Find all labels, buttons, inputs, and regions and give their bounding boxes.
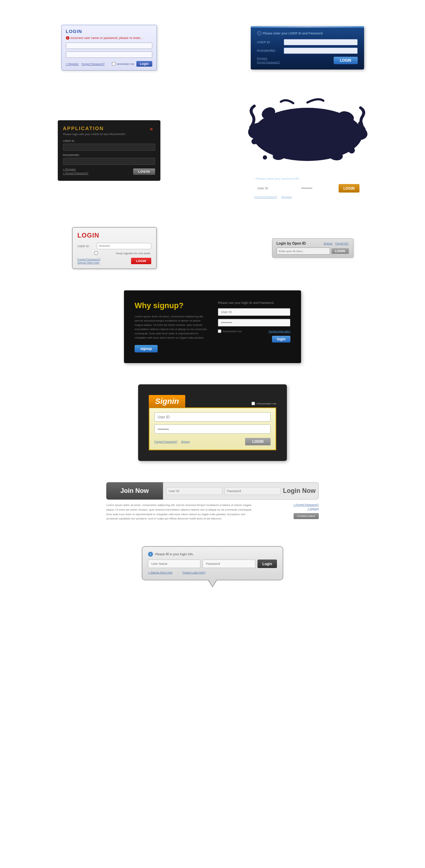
widget8-password-input[interactable] [154, 424, 271, 434]
widget7-right: Please use your login ID and Password. R… [218, 301, 290, 352]
widget2-userid-input[interactable] [284, 39, 358, 45]
widget4-password-input[interactable] [298, 184, 337, 193]
widget5-links: Forgot Password? Signup New User [78, 258, 101, 264]
widget6-id-input[interactable] [277, 247, 330, 255]
widget5-forgot-link[interactable]: Forgot Password? [78, 258, 101, 261]
widget1-error-text: Incorrect user name or password, please … [71, 36, 143, 40]
widget9-body-text: Lorem ipsum dolor sit amet, consectetur … [106, 503, 255, 521]
widget9-login-now-area: Login Now [163, 482, 319, 500]
widget3-forgot-link[interactable]: > Forgot Password? [63, 172, 89, 175]
widget4-login-button[interactable]: LOGIN [339, 184, 360, 193]
widget4-userid-input[interactable] [254, 184, 297, 193]
widget7-userid-input[interactable] [218, 308, 290, 316]
widget4-register-link[interactable]: Register [281, 195, 292, 199]
widget10-input-row: Login [148, 560, 277, 568]
widget7-forgot-link[interactable]: Forgot login info? [268, 330, 290, 333]
widget7-login-button[interactable]: login [272, 336, 290, 343]
widget7-msg: Please use your login ID and Password. [218, 301, 290, 305]
widget9-top: Join Now Login Now [106, 482, 319, 500]
widget3-password-input[interactable] [63, 158, 155, 165]
widget3-links: > Register > Forgot Password? [63, 168, 89, 176]
widget10-forgot-link[interactable]: Forgot Login Info? [182, 571, 205, 574]
widget1-remember: remember me [112, 62, 134, 66]
widget5-password-input[interactable] [97, 243, 151, 249]
widget-speech-bubble: i Please fill in your login info. Login … [142, 546, 283, 580]
widget9-body: Lorem ipsum dolor sit amet, consectetur … [106, 500, 319, 525]
widget10-separator: → [176, 571, 179, 574]
row-4: Why signup? Lorem ipsum dolor sit amet, … [0, 283, 425, 370]
widget3-password-label: PASSWORD [63, 154, 155, 157]
widget8-userid-input[interactable] [154, 412, 271, 422]
widget8-inner: Signin i Remember me Forgot Password? Si… [149, 395, 276, 450]
widget-simple-gray: LOGIN USER ID Keep logindin for one week… [72, 227, 157, 269]
widget6-signup-link[interactable]: Signup [324, 242, 333, 245]
widget4-content: i Please paint your account info. LOGIN … [247, 166, 368, 206]
widget7-signup-button[interactable]: signup [135, 345, 158, 352]
widget1-login-button[interactable]: Login [136, 61, 152, 67]
widget9-userid-input[interactable] [166, 487, 222, 495]
widget9-right: > Forget Password? > Signup Contact onli… [262, 503, 319, 521]
widget5-login-button[interactable]: LOGIN [131, 258, 151, 264]
widget1-remember-checkbox[interactable] [112, 62, 115, 66]
widget9-forgot-link[interactable]: > Forget Password? [293, 503, 319, 506]
widget8-forgot-link[interactable]: Forgot Password? [154, 440, 177, 443]
widget3-userid-input[interactable] [63, 144, 155, 151]
widget7-remember: Remember me. [218, 329, 242, 333]
widget5-signup-link[interactable]: Signup New User [78, 261, 101, 264]
widget3-close-icon[interactable]: ✕ [149, 127, 153, 132]
widget7-password-input[interactable] [218, 319, 290, 327]
widget-ink-splatter: i Please paint your account info. LOGIN … [247, 95, 368, 206]
widget2-password-input[interactable] [284, 48, 358, 54]
widget9-signup-link[interactable]: > Signup [307, 507, 319, 510]
widget10-username-input[interactable] [148, 560, 200, 568]
widget2-info-icon: i [257, 31, 261, 35]
widget-dark-application: APPLICATION ✕ Please login with your USE… [58, 120, 160, 181]
widget10-password-input[interactable] [203, 560, 255, 568]
widget2-userid-label: USER ID [257, 40, 284, 44]
widget8-remember-label: i Remember me [256, 402, 276, 405]
widget1-title: LOGIN [66, 29, 152, 34]
widget1-links: > Register Forgot Password? [66, 62, 107, 66]
widget7-bottom: Remember me. Forgot login info? [218, 329, 290, 333]
widget6-login-button[interactable]: LOGIN [332, 248, 349, 254]
svg-point-9 [263, 155, 267, 160]
widget3-userid-label: USER ID [63, 139, 155, 143]
widget8-remember-checkbox[interactable] [251, 402, 255, 405]
widget2-register-link[interactable]: Register [257, 57, 280, 60]
widget-why-signup: Why signup? Lorem ipsum dolor sit amet, … [124, 290, 301, 363]
widget1-userid-input[interactable] [66, 43, 152, 49]
widget-purple-login: LOGIN ! Incorrect user name or password,… [61, 25, 157, 71]
widget5-userid-row: USER ID [78, 243, 151, 249]
widget1-password-input[interactable] [66, 51, 152, 58]
widget4-forgot-link[interactable]: Forgot Password? [254, 195, 277, 199]
widget6-forgot-link[interactable]: Forgot ID? [335, 242, 349, 245]
widget3-box: APPLICATION ✕ Please login with your USE… [58, 120, 160, 181]
widget4-info-row: i Please paint your account info. [254, 177, 361, 180]
widget1-forgot-link[interactable]: Forgot Password? [81, 62, 104, 66]
svg-point-10 [348, 147, 355, 154]
widget6-title: Login by Open ID [277, 241, 306, 245]
widget10-login-button[interactable]: Login [257, 560, 277, 568]
widget5-remember-checkbox[interactable] [78, 251, 115, 255]
widget1-bottom: > Register Forgot Password? remember me … [66, 61, 152, 67]
widget9-join-btn[interactable]: Join Now [106, 482, 163, 500]
widget6-input-row: LOGIN [277, 247, 349, 255]
widget8-links: Forgot Password? Signup [154, 440, 190, 443]
widget8-signup-link[interactable]: Signup [181, 440, 190, 443]
widget6-links: Signup Forgot ID? [324, 242, 349, 245]
widget9-contact-button[interactable]: Contact online [294, 513, 319, 519]
row-3: LOGIN USER ID Keep logindin for one week… [0, 220, 425, 276]
widget2-login-button[interactable]: LOGIN [334, 57, 358, 64]
widget9-password-input[interactable] [225, 487, 281, 495]
widget10-signup-link[interactable]: > Signup New User [148, 571, 172, 574]
widget4-input-row: LOGIN [254, 184, 361, 193]
widget4-links: Forgot Password? Register [254, 195, 361, 199]
widget3-login-button[interactable]: LOGIN [133, 168, 155, 175]
widget7-remember-checkbox[interactable] [218, 329, 221, 333]
widget2-forgot-link[interactable]: Forgot Password? [257, 61, 280, 64]
widget3-register-link[interactable]: > Register [63, 168, 89, 171]
row-6: Join Now Login Now Lorem ipsum dolor sit… [0, 475, 425, 532]
widget1-register-link[interactable]: > Register [66, 62, 79, 66]
widget10-info-row: i Please fill in your login info. [148, 552, 277, 557]
widget8-login-button[interactable]: LOGIN [245, 438, 271, 445]
